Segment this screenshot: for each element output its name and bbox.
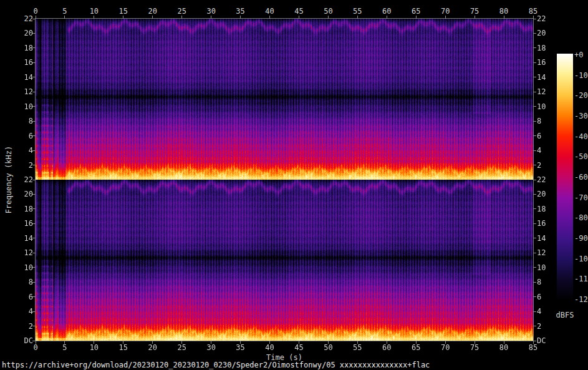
x-tick-label-top: 65 xyxy=(412,7,420,15)
freq-tick-mark-left xyxy=(32,341,36,341)
x-tick-mark-bottom xyxy=(64,341,65,344)
x-tick-label-bottom: 50 xyxy=(324,344,332,351)
freq-tick-mark-right xyxy=(533,62,536,63)
freq-tick-mark-right xyxy=(533,267,536,268)
x-tick-mark-bottom xyxy=(533,341,534,344)
freq-tick-mark-right xyxy=(533,180,536,180)
freq-tick-mark-right xyxy=(533,194,536,195)
freq-tick-label-right: 22 xyxy=(537,176,546,183)
freq-tick-label-left: 20 xyxy=(24,190,33,198)
colorbar-gradient xyxy=(557,54,573,301)
x-tick-label-top: 60 xyxy=(382,7,391,15)
freq-tick-label-left: 12 xyxy=(24,88,33,95)
frequency-axis-title: Frequency (kHz) xyxy=(4,146,13,213)
x-tick-mark-bottom xyxy=(240,341,241,344)
x-tick-mark-bottom xyxy=(299,341,299,344)
freq-tick-label-left: 18 xyxy=(24,44,33,52)
x-tick-mark-top xyxy=(387,16,387,19)
freq-tick-label-left: 20 xyxy=(24,29,33,37)
x-tick-mark-top xyxy=(475,16,475,19)
freq-tick-label-left: 16 xyxy=(24,59,33,66)
colorbar-tick-label: -110 xyxy=(574,275,588,283)
x-tick-mark-top xyxy=(299,16,299,19)
x-tick-label-bottom: 75 xyxy=(470,344,479,351)
x-tick-mark-bottom xyxy=(357,341,358,344)
x-tick-label-bottom: 10 xyxy=(90,344,99,351)
x-tick-mark-bottom xyxy=(152,341,153,344)
colorbar-tick-label: -80 xyxy=(574,214,588,222)
x-tick-mark-top xyxy=(445,16,446,19)
freq-tick-label-right: 22 xyxy=(537,15,546,22)
x-tick-mark-top xyxy=(240,16,241,19)
freq-tick-mark-left xyxy=(32,135,36,136)
colorbar-tick-label: -90 xyxy=(574,235,588,242)
x-tick-label-bottom: 30 xyxy=(206,344,215,351)
x-tick-label-top: 25 xyxy=(177,7,186,15)
freq-tick-mark-right xyxy=(533,238,536,238)
x-tick-mark-top xyxy=(504,16,504,19)
x-tick-label-bottom: 0 xyxy=(33,344,37,351)
freq-tick-label-right: 14 xyxy=(537,74,546,81)
freq-tick-label-right: 18 xyxy=(537,205,546,213)
freq-tick-mark-right xyxy=(533,135,536,136)
freq-tick-label-left: 14 xyxy=(24,235,33,242)
freq-tick-mark-right xyxy=(533,47,536,48)
x-tick-label-top: 20 xyxy=(148,7,157,15)
freq-tick-label-left: 22 xyxy=(24,15,33,22)
freq-tick-mark-left xyxy=(32,77,36,77)
freq-tick-mark-left xyxy=(32,208,36,209)
spectrogram-app: Frequency (kHz) Time (s) dBFS https://ar… xyxy=(0,0,588,370)
freq-tick-mark-left xyxy=(32,238,36,238)
freq-tick-label-right: 6 xyxy=(537,293,541,301)
x-tick-label-bottom: 35 xyxy=(236,344,244,351)
x-tick-mark-top xyxy=(152,16,153,19)
x-tick-label-bottom: 80 xyxy=(499,344,508,351)
freq-tick-label-right: 4 xyxy=(537,308,541,315)
colorbar-tick-label: -50 xyxy=(574,153,588,160)
freq-tick-mark-right xyxy=(533,326,536,326)
freq-tick-label-right: 4 xyxy=(537,147,541,154)
x-tick-mark-bottom xyxy=(328,341,329,344)
colorbar-tick-label: -70 xyxy=(574,194,588,202)
freq-tick-mark-right xyxy=(533,253,536,253)
freq-tick-label-left: 10 xyxy=(24,264,33,271)
x-tick-label-top: 15 xyxy=(119,7,128,15)
x-tick-label-top: 5 xyxy=(62,7,67,15)
x-tick-mark-bottom xyxy=(475,341,475,344)
x-tick-mark-top xyxy=(123,16,123,19)
freq-tick-mark-right xyxy=(533,150,536,151)
freq-tick-mark-right xyxy=(533,223,536,224)
freq-tick-label-right: 10 xyxy=(537,103,546,110)
colorbar-tick-label: -100 xyxy=(574,255,588,263)
freq-tick-mark-right xyxy=(533,165,536,165)
freq-tick-mark-left xyxy=(32,267,36,268)
freq-tick-label-left: 14 xyxy=(24,74,33,81)
x-tick-label-bottom: 15 xyxy=(119,344,128,351)
x-tick-mark-top xyxy=(328,16,329,19)
freq-tick-mark-right xyxy=(533,92,536,92)
colorbar-tick-label: -20 xyxy=(574,92,588,99)
freq-tick-label-right: 2 xyxy=(537,323,541,330)
colorbar-title: dBFS xyxy=(556,311,574,319)
x-tick-label-bottom: 70 xyxy=(441,344,450,351)
freq-tick-mark-right xyxy=(533,341,536,341)
x-tick-mark-top xyxy=(269,16,270,19)
freq-tick-mark-left xyxy=(32,33,36,34)
x-tick-mark-bottom xyxy=(416,341,417,344)
freq-tick-mark-left xyxy=(32,47,36,48)
colorbar-tick-label: +0 xyxy=(574,51,583,59)
x-tick-label-top: 50 xyxy=(324,7,332,15)
freq-tick-mark-right xyxy=(533,121,536,122)
x-tick-mark-bottom xyxy=(181,341,182,344)
x-tick-mark-top xyxy=(94,16,94,19)
freq-tick-label-left: 18 xyxy=(24,205,33,213)
freq-tick-label-right: 8 xyxy=(537,278,541,286)
freq-tick-label-left: 10 xyxy=(24,103,33,110)
x-tick-label-top: 55 xyxy=(353,7,362,15)
freq-tick-mark-left xyxy=(32,194,36,195)
x-tick-mark-bottom xyxy=(269,341,270,344)
x-tick-label-bottom: 55 xyxy=(353,344,362,351)
x-tick-label-bottom: 40 xyxy=(265,344,274,351)
freq-tick-label-right: 12 xyxy=(537,88,546,95)
freq-tick-mark-left xyxy=(32,150,36,151)
